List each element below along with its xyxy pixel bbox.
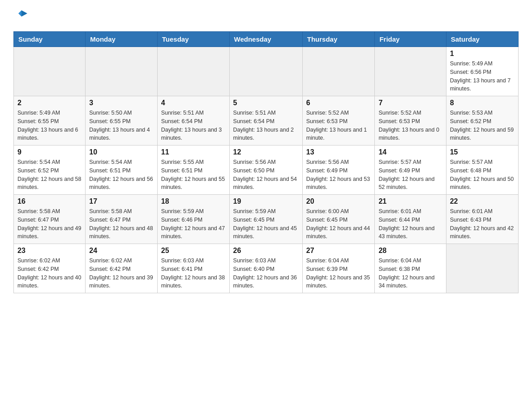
day-info: Sunrise: 6:03 AM Sunset: 6:40 PM Dayligh…	[233, 257, 299, 290]
svg-marker-1	[18, 10, 21, 17]
calendar-cell: 16Sunrise: 5:58 AM Sunset: 6:47 PM Dayli…	[14, 195, 86, 244]
day-info: Sunrise: 5:59 AM Sunset: 6:45 PM Dayligh…	[233, 207, 299, 241]
calendar-cell: 20Sunrise: 6:00 AM Sunset: 6:45 PM Dayli…	[302, 195, 375, 244]
calendar-cell: 21Sunrise: 6:01 AM Sunset: 6:44 PM Dayli…	[375, 195, 446, 244]
day-info: Sunrise: 5:52 AM Sunset: 6:53 PM Dayligh…	[378, 109, 442, 142]
day-number: 14	[378, 148, 442, 156]
calendar-cell	[375, 47, 446, 96]
day-info: Sunrise: 5:58 AM Sunset: 6:47 PM Dayligh…	[17, 207, 82, 241]
calendar-cell: 6Sunrise: 5:52 AM Sunset: 6:53 PM Daylig…	[302, 96, 375, 146]
calendar-cell: 12Sunrise: 5:56 AM Sunset: 6:50 PM Dayli…	[229, 146, 302, 195]
calendar-cell: 25Sunrise: 6:03 AM Sunset: 6:41 PM Dayli…	[157, 244, 229, 293]
calendar-week-row: 9Sunrise: 5:54 AM Sunset: 6:52 PM Daylig…	[14, 146, 519, 195]
svg-marker-0	[21, 10, 27, 17]
day-info: Sunrise: 5:55 AM Sunset: 6:51 PM Dayligh…	[161, 158, 226, 192]
day-info: Sunrise: 6:04 AM Sunset: 6:38 PM Dayligh…	[378, 257, 442, 290]
day-number: 22	[450, 197, 515, 206]
day-number: 8	[450, 99, 515, 107]
calendar-cell: 15Sunrise: 5:57 AM Sunset: 6:48 PM Dayli…	[446, 146, 518, 195]
calendar-cell: 1Sunrise: 5:49 AM Sunset: 6:56 PM Daylig…	[446, 47, 518, 96]
day-number: 27	[306, 247, 371, 255]
day-info: Sunrise: 6:03 AM Sunset: 6:41 PM Dayligh…	[161, 257, 226, 290]
col-friday: Friday	[375, 32, 446, 47]
day-number: 25	[161, 247, 226, 255]
day-number: 3	[89, 99, 154, 107]
day-info: Sunrise: 6:02 AM Sunset: 6:42 PM Dayligh…	[17, 257, 82, 290]
calendar-cell	[157, 47, 229, 96]
day-number: 10	[89, 148, 154, 156]
col-monday: Monday	[86, 32, 158, 47]
day-info: Sunrise: 5:56 AM Sunset: 6:50 PM Dayligh…	[233, 158, 299, 192]
day-number: 11	[161, 148, 226, 156]
col-saturday: Saturday	[446, 32, 518, 47]
calendar-cell: 14Sunrise: 5:57 AM Sunset: 6:49 PM Dayli…	[375, 146, 446, 195]
calendar-week-row: 1Sunrise: 5:49 AM Sunset: 6:56 PM Daylig…	[14, 47, 519, 96]
calendar-cell	[302, 47, 375, 96]
calendar-cell: 2Sunrise: 5:49 AM Sunset: 6:55 PM Daylig…	[14, 96, 86, 146]
page-header	[13, 9, 519, 22]
day-info: Sunrise: 6:02 AM Sunset: 6:42 PM Dayligh…	[89, 257, 154, 290]
calendar-cell: 11Sunrise: 5:55 AM Sunset: 6:51 PM Dayli…	[157, 146, 229, 195]
day-number: 21	[378, 197, 442, 206]
day-number: 19	[233, 197, 299, 206]
day-info: Sunrise: 6:00 AM Sunset: 6:45 PM Dayligh…	[306, 207, 371, 241]
day-info: Sunrise: 5:57 AM Sunset: 6:49 PM Dayligh…	[378, 158, 442, 192]
day-info: Sunrise: 5:53 AM Sunset: 6:52 PM Dayligh…	[450, 109, 515, 142]
calendar-cell: 28Sunrise: 6:04 AM Sunset: 6:38 PM Dayli…	[375, 244, 446, 293]
col-wednesday: Wednesday	[229, 32, 302, 47]
calendar-week-row: 16Sunrise: 5:58 AM Sunset: 6:47 PM Dayli…	[14, 195, 519, 244]
calendar-cell: 13Sunrise: 5:56 AM Sunset: 6:49 PM Dayli…	[302, 146, 375, 195]
calendar-cell: 19Sunrise: 5:59 AM Sunset: 6:45 PM Dayli…	[229, 195, 302, 244]
day-number: 28	[378, 247, 442, 255]
calendar-week-row: 2Sunrise: 5:49 AM Sunset: 6:55 PM Daylig…	[14, 96, 519, 146]
day-info: Sunrise: 5:51 AM Sunset: 6:54 PM Dayligh…	[161, 109, 226, 142]
calendar-cell: 27Sunrise: 6:04 AM Sunset: 6:39 PM Dayli…	[302, 244, 375, 293]
day-number: 6	[306, 99, 371, 107]
day-info: Sunrise: 6:04 AM Sunset: 6:39 PM Dayligh…	[306, 257, 371, 290]
calendar-header-row: Sunday Monday Tuesday Wednesday Thursday…	[14, 32, 519, 47]
col-tuesday: Tuesday	[157, 32, 229, 47]
day-info: Sunrise: 5:49 AM Sunset: 6:56 PM Dayligh…	[450, 60, 515, 93]
day-info: Sunrise: 6:01 AM Sunset: 6:43 PM Dayligh…	[450, 207, 515, 241]
calendar-cell: 17Sunrise: 5:58 AM Sunset: 6:47 PM Dayli…	[86, 195, 158, 244]
day-number: 12	[233, 148, 299, 156]
day-info: Sunrise: 5:56 AM Sunset: 6:49 PM Dayligh…	[306, 158, 371, 192]
day-info: Sunrise: 5:51 AM Sunset: 6:54 PM Dayligh…	[233, 109, 299, 142]
day-info: Sunrise: 6:01 AM Sunset: 6:44 PM Dayligh…	[378, 207, 442, 241]
col-sunday: Sunday	[14, 32, 86, 47]
day-info: Sunrise: 5:59 AM Sunset: 6:46 PM Dayligh…	[161, 207, 226, 241]
calendar-cell: 26Sunrise: 6:03 AM Sunset: 6:40 PM Dayli…	[229, 244, 302, 293]
day-info: Sunrise: 5:52 AM Sunset: 6:53 PM Dayligh…	[306, 109, 371, 142]
calendar-cell: 23Sunrise: 6:02 AM Sunset: 6:42 PM Dayli…	[14, 244, 86, 293]
day-info: Sunrise: 5:57 AM Sunset: 6:48 PM Dayligh…	[450, 158, 515, 192]
day-number: 13	[306, 148, 371, 156]
calendar-cell: 10Sunrise: 5:54 AM Sunset: 6:51 PM Dayli…	[86, 146, 158, 195]
logo	[13, 9, 28, 22]
calendar-cell: 5Sunrise: 5:51 AM Sunset: 6:54 PM Daylig…	[229, 96, 302, 146]
day-number: 15	[450, 148, 515, 156]
day-number: 17	[89, 197, 154, 206]
day-number: 1	[450, 50, 515, 58]
calendar-cell: 18Sunrise: 5:59 AM Sunset: 6:46 PM Dayli…	[157, 195, 229, 244]
day-number: 16	[17, 197, 82, 206]
calendar-cell: 3Sunrise: 5:50 AM Sunset: 6:55 PM Daylig…	[86, 96, 158, 146]
day-number: 2	[17, 99, 82, 107]
day-number: 20	[306, 197, 371, 206]
day-number: 9	[17, 148, 82, 156]
day-number: 4	[161, 99, 226, 107]
calendar-cell: 9Sunrise: 5:54 AM Sunset: 6:52 PM Daylig…	[14, 146, 86, 195]
day-number: 23	[17, 247, 82, 255]
calendar-cell: 8Sunrise: 5:53 AM Sunset: 6:52 PM Daylig…	[446, 96, 518, 146]
day-number: 5	[233, 99, 299, 107]
day-info: Sunrise: 5:54 AM Sunset: 6:52 PM Dayligh…	[17, 158, 82, 192]
calendar-cell: 4Sunrise: 5:51 AM Sunset: 6:54 PM Daylig…	[157, 96, 229, 146]
day-info: Sunrise: 5:50 AM Sunset: 6:55 PM Dayligh…	[89, 109, 154, 142]
calendar-week-row: 23Sunrise: 6:02 AM Sunset: 6:42 PM Dayli…	[14, 244, 519, 293]
calendar-cell	[446, 244, 518, 293]
calendar-cell: 24Sunrise: 6:02 AM Sunset: 6:42 PM Dayli…	[86, 244, 158, 293]
calendar-cell	[229, 47, 302, 96]
calendar-table: Sunday Monday Tuesday Wednesday Thursday…	[13, 31, 519, 293]
day-number: 18	[161, 197, 226, 206]
calendar-cell	[14, 47, 86, 96]
day-number: 26	[233, 247, 299, 255]
